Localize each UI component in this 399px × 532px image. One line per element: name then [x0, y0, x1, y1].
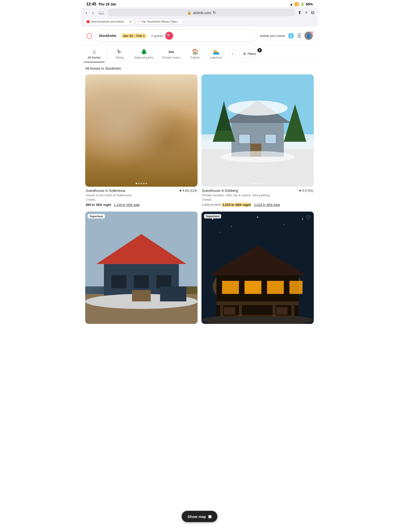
search-divider-2: |: [148, 33, 149, 38]
listing-dots-1: [136, 183, 147, 184]
category-arrow-button[interactable]: ›: [228, 49, 237, 58]
svg-rect-20: [132, 290, 151, 302]
new-tab-button[interactable]: +: [304, 9, 308, 16]
svg-rect-42: [276, 307, 288, 315]
listing-title-1: Guesthouse in Sollentuna: [86, 189, 178, 193]
svg-point-4: [228, 100, 287, 116]
header-right: Airbnb your home 🌐 ☰ 👤: [260, 32, 313, 40]
dot-1-5: [146, 183, 147, 184]
search-bar[interactable]: Stockholm | Jan 30 – Feb 1 | 2 guests 🔍: [95, 30, 257, 42]
national-parks-icon: 🌲: [141, 49, 147, 55]
results-count: 49 homes in Stockholm: [85, 66, 314, 70]
listing-image-3: [85, 212, 198, 324]
airbnb-your-home-link[interactable]: Airbnb your home: [260, 34, 285, 38]
listing-subtitle-2: Private location, near city & nature, fr…: [202, 193, 313, 202]
listing-info-2: Guesthouse in Edsberg ★ 5.0 (51) Private…: [201, 187, 314, 207]
dot-1-1: [136, 183, 137, 184]
main-content: 49 homes in Stockholm ♡ Guesthouse in So…: [81, 63, 318, 349]
svg-rect-34: [289, 281, 302, 294]
search-button[interactable]: 🔍: [165, 32, 173, 40]
price-original-2: 1,252 kr SEK: [202, 203, 221, 207]
back-button[interactable]: ‹: [84, 9, 89, 16]
category-private-rooms[interactable]: 🛏 Private rooms: [158, 45, 184, 62]
dot-2-4: [259, 183, 261, 184]
listing-image-4: [201, 212, 314, 324]
listing-price-1: 565 kr SEK night · 1,129 kr SEK total: [86, 203, 197, 207]
tab-airbnb[interactable]: ⬡ Top Stockholm Minsu (Taiwan) & Vacatio…: [135, 19, 183, 25]
rating-value-1: 4.63 (123): [183, 189, 197, 192]
svg-rect-40: [291, 305, 294, 316]
browser-actions[interactable]: ⬆ + ⧉: [297, 9, 315, 16]
dot-2-1: [252, 183, 253, 184]
battery-icon: 🔋: [300, 2, 304, 6]
listing-card-2[interactable]: ♡ Guesthouse in Edsberg ★ 5.0 (51): [201, 74, 314, 207]
dot-2-3: [257, 183, 258, 184]
tab-close-icon[interactable]: ✕: [129, 20, 132, 23]
listings-grid: ♡ Guesthouse in Sollentuna ★ 4.63 (123): [85, 74, 314, 324]
svg-rect-8: [239, 134, 250, 144]
wishlist-button-4[interactable]: ♡: [306, 215, 311, 221]
tab-boverket[interactable]: 🔴 www.boverket.se/contentassets/f592a898…: [84, 19, 133, 24]
listing-image-2: [201, 74, 314, 187]
listing-image-wrap-2: ♡: [201, 74, 314, 187]
search-dates[interactable]: Jan 30 – Feb 1: [121, 33, 146, 38]
svg-point-27: [302, 218, 303, 220]
skiing-icon: ⛷: [117, 49, 122, 55]
wishlist-button-1[interactable]: ♡: [190, 77, 195, 84]
forward-button[interactable]: ›: [91, 9, 95, 16]
globe-icon[interactable]: 🌐: [288, 33, 294, 39]
listing-title-row-2: Guesthouse in Edsberg ★ 5.0 (51): [202, 189, 313, 193]
svg-rect-33: [267, 281, 284, 294]
browser-bar: ‹ › 📖 🔒 airbnb.com ↻ ⬆ + ⧉: [81, 7, 318, 18]
category-cabins[interactable]: 🏠 Cabins: [185, 45, 205, 62]
listing-desc-1: House in the heart of Sollentuna: [86, 193, 132, 197]
wifi-icon: 📶: [295, 2, 299, 6]
browser-navigation[interactable]: ‹ › 📖: [84, 9, 105, 16]
listing-title-row-1: Guesthouse in Sollentuna ★ 4.63 (123): [86, 189, 197, 193]
superhost-badge-4: Superhost: [204, 214, 221, 218]
tab-favicon-airbnb: ⬡: [138, 20, 140, 23]
listing-card-1[interactable]: ♡ Guesthouse in Sollentuna ★ 4.63 (123): [85, 74, 198, 207]
category-navigation: ⌂ All homes ⛷ Skiing 🌲 National parks 🛏 …: [81, 45, 318, 63]
cabins-label: Cabins: [191, 56, 200, 59]
dot-1-4: [143, 183, 145, 184]
url-text: airbnb.com: [193, 11, 211, 15]
listing-card-4[interactable]: Superhost ♡: [201, 212, 314, 324]
svg-rect-38: [239, 305, 242, 316]
filters-icon: ⚙: [243, 52, 246, 56]
svg-rect-18: [134, 275, 149, 288]
status-icons: ▲ 📶 🔋 65%: [290, 2, 313, 6]
listing-title-2: Guesthouse in Edsberg: [202, 189, 298, 193]
menu-icon[interactable]: ☰: [297, 33, 301, 39]
lock-icon: 🔒: [187, 10, 192, 15]
address-bar[interactable]: 🔒 airbnb.com ↻: [108, 9, 295, 16]
status-time: 12:45: [86, 2, 96, 6]
wishlist-button-2[interactable]: ♡: [306, 77, 311, 84]
search-divider: |: [118, 33, 119, 38]
category-skiing[interactable]: ⛷ Skiing: [110, 45, 130, 62]
filters-button[interactable]: ⚙ Filters 2: [239, 50, 260, 58]
category-lakefront[interactable]: 🏊 Lakefront: [206, 45, 226, 62]
superhost-badge-3: Superhost: [88, 214, 105, 218]
price-discounted-2: 1,010 kr SEK night: [222, 203, 251, 207]
bookmarks-button[interactable]: 📖: [97, 9, 105, 16]
status-bar: 12:45 Thu 19 Jan ▲ 📶 🔋 65%: [81, 0, 318, 7]
listing-card-3[interactable]: Superhost ♡: [85, 212, 198, 324]
category-national-parks[interactable]: 🌲 National parks: [131, 45, 157, 62]
listing-image-wrap-1: ♡: [85, 74, 198, 187]
private-rooms-icon: 🛏: [168, 49, 174, 55]
listing-beds-2: 3 beds: [202, 198, 212, 201]
lakefront-icon: 🏊: [213, 49, 219, 55]
share-button[interactable]: ⬆: [297, 9, 302, 16]
search-location: Stockholm: [99, 34, 116, 38]
reload-icon: ↻: [213, 10, 216, 15]
svg-rect-39: [273, 305, 276, 316]
signal-icon: ▲: [290, 2, 293, 6]
tabs-button[interactable]: ⧉: [311, 9, 315, 16]
wishlist-button-3[interactable]: ♡: [190, 215, 195, 221]
tab-favicon: 🔴: [86, 20, 90, 23]
category-all-homes[interactable]: ⌂ All homes: [84, 45, 105, 62]
listing-rating-2: ★ 5.0 (51): [299, 189, 313, 192]
avatar[interactable]: 👤: [304, 32, 313, 40]
search-guests: 2 guests: [151, 34, 163, 38]
